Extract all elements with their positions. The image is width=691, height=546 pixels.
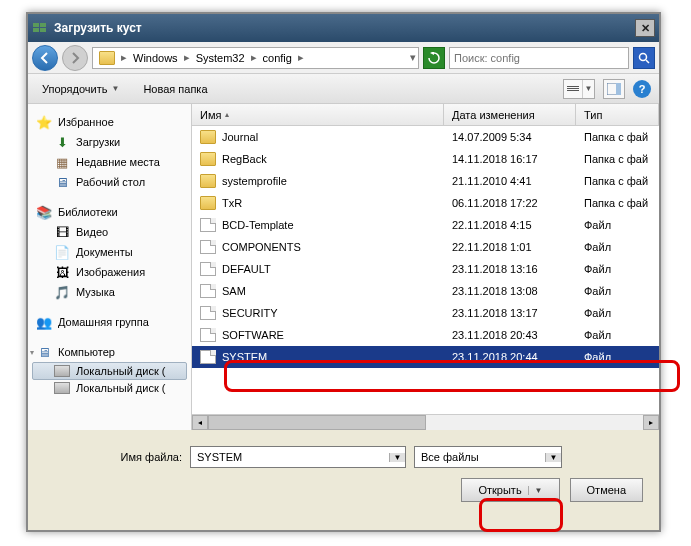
- file-name: Journal: [222, 131, 258, 143]
- search-button[interactable]: [633, 47, 655, 69]
- titlebar[interactable]: Загрузить куст ✕: [28, 14, 659, 42]
- file-date: 23.11.2018 13:08: [452, 285, 538, 297]
- file-date: 23.11.2018 20:44: [452, 351, 538, 363]
- chevron-down-icon[interactable]: ▾: [410, 51, 416, 64]
- sidebar-label: Компьютер: [58, 346, 115, 358]
- file-name: systemprofile: [222, 175, 287, 187]
- view-button[interactable]: ▼: [563, 79, 595, 99]
- file-icon: [200, 262, 216, 276]
- svg-line-5: [646, 60, 649, 63]
- drive-icon: [54, 365, 70, 377]
- preview-pane-button[interactable]: [603, 79, 625, 99]
- sidebar-homegroup-header[interactable]: 👥 Домашняя группа: [32, 312, 187, 332]
- file-icon: [200, 306, 216, 320]
- filename-value[interactable]: SYSTEM: [191, 451, 389, 463]
- sidebar-computer-header[interactable]: ▾ 🖥 Компьютер: [32, 342, 187, 362]
- file-name: SECURITY: [222, 307, 278, 319]
- breadcrumb-segment[interactable]: System32: [192, 52, 249, 64]
- file-row[interactable]: systemprofile21.11.2010 4:41Папка с фай: [192, 170, 659, 192]
- nav-bar: ▸ Windows ▸ System32 ▸ config ▸ ▾: [28, 42, 659, 74]
- sidebar-item-drive[interactable]: Локальный диск (: [32, 362, 187, 380]
- folder-icon: [200, 196, 216, 210]
- column-date[interactable]: Дата изменения: [444, 104, 576, 125]
- file-type: Файл: [584, 351, 611, 363]
- bottom-panel: Имя файла: SYSTEM ▼ Все файлы ▼ Открыть …: [28, 430, 659, 514]
- scroll-thumb[interactable]: [208, 415, 426, 430]
- file-rows[interactable]: Journal14.07.2009 5:34Папка с файRegBack…: [192, 126, 659, 414]
- svg-rect-0: [33, 23, 39, 27]
- svg-rect-1: [40, 23, 46, 27]
- file-row[interactable]: BCD-Template22.11.2018 4:15Файл: [192, 214, 659, 236]
- close-button[interactable]: ✕: [635, 19, 655, 37]
- cancel-button[interactable]: Отмена: [570, 478, 643, 502]
- file-row[interactable]: SECURITY23.11.2018 13:17Файл: [192, 302, 659, 324]
- file-row[interactable]: SAM23.11.2018 13:08Файл: [192, 280, 659, 302]
- scroll-right-button[interactable]: ▸: [643, 415, 659, 430]
- breadcrumb-segment[interactable]: config: [259, 52, 296, 64]
- sidebar-favorites-header[interactable]: ⭐ Избранное: [32, 112, 187, 132]
- forward-button[interactable]: [62, 45, 88, 71]
- file-type: Файл: [584, 329, 611, 341]
- chevron-right-icon[interactable]: ▸: [184, 51, 190, 64]
- search-box[interactable]: [449, 47, 629, 69]
- file-type: Файл: [584, 263, 611, 275]
- help-button[interactable]: ?: [633, 80, 651, 98]
- file-type: Файл: [584, 241, 611, 253]
- chevron-down-icon[interactable]: ▼: [545, 453, 561, 462]
- new-folder-label: Новая папка: [143, 83, 207, 95]
- recent-icon: ▦: [54, 154, 70, 170]
- sidebar-item-drive[interactable]: Локальный диск (: [32, 380, 187, 396]
- homegroup-icon: 👥: [36, 314, 52, 330]
- sidebar-item-videos[interactable]: 🎞Видео: [32, 222, 187, 242]
- expand-icon[interactable]: ▾: [30, 348, 34, 357]
- sidebar-item-documents[interactable]: 📄Документы: [32, 242, 187, 262]
- file-date: 22.11.2018 1:01: [452, 241, 532, 253]
- file-date: 22.11.2018 4:15: [452, 219, 532, 231]
- filter-value: Все файлы: [415, 451, 545, 463]
- file-icon: [200, 218, 216, 232]
- file-type: Папка с фай: [584, 175, 648, 187]
- open-button[interactable]: Открыть ▼: [461, 478, 559, 502]
- window-title: Загрузить куст: [54, 21, 635, 35]
- horizontal-scrollbar[interactable]: ◂ ▸: [192, 414, 659, 430]
- sidebar-item-downloads[interactable]: ⬇Загрузки: [32, 132, 187, 152]
- chevron-down-icon[interactable]: ▼: [389, 453, 405, 462]
- file-row[interactable]: Journal14.07.2009 5:34Папка с фай: [192, 126, 659, 148]
- file-row[interactable]: COMPONENTS22.11.2018 1:01Файл: [192, 236, 659, 258]
- document-icon: 📄: [54, 244, 70, 260]
- file-row[interactable]: SOFTWARE23.11.2018 20:43Файл: [192, 324, 659, 346]
- search-input[interactable]: [454, 52, 624, 64]
- file-date: 23.11.2018 20:43: [452, 329, 538, 341]
- app-icon: [32, 20, 48, 36]
- sidebar-item-music[interactable]: 🎵Музыка: [32, 282, 187, 302]
- column-name[interactable]: Имя▴: [192, 104, 444, 125]
- file-row[interactable]: SYSTEM23.11.2018 20:44Файл: [192, 346, 659, 368]
- filename-combo[interactable]: SYSTEM ▼: [190, 446, 406, 468]
- breadcrumb[interactable]: ▸ Windows ▸ System32 ▸ config ▸ ▾: [92, 47, 419, 69]
- new-folder-button[interactable]: Новая папка: [137, 81, 213, 97]
- column-type[interactable]: Тип: [576, 104, 659, 125]
- file-icon: [200, 284, 216, 298]
- file-date: 23.11.2018 13:16: [452, 263, 538, 275]
- breadcrumb-segment[interactable]: Windows: [129, 52, 182, 64]
- sidebar-item-recent[interactable]: ▦Недавние места: [32, 152, 187, 172]
- sidebar-libraries-header[interactable]: 📚 Библиотеки: [32, 202, 187, 222]
- file-row[interactable]: RegBack14.11.2018 16:17Папка с фай: [192, 148, 659, 170]
- sidebar-item-pictures[interactable]: 🖼Изображения: [32, 262, 187, 282]
- scroll-left-button[interactable]: ◂: [192, 415, 208, 430]
- scroll-track[interactable]: [208, 415, 643, 430]
- refresh-button[interactable]: [423, 47, 445, 69]
- file-row[interactable]: TxR06.11.2018 17:22Папка с фай: [192, 192, 659, 214]
- organize-button[interactable]: Упорядочить ▼: [36, 81, 125, 97]
- chevron-right-icon[interactable]: ▸: [298, 51, 304, 64]
- back-button[interactable]: [32, 45, 58, 71]
- toolbar: Упорядочить ▼ Новая папка ▼ ?: [28, 74, 659, 104]
- sidebar-item-desktop[interactable]: 🖥Рабочий стол: [32, 172, 187, 192]
- file-name: BCD-Template: [222, 219, 294, 231]
- filter-combo[interactable]: Все файлы ▼: [414, 446, 562, 468]
- chevron-down-icon[interactable]: ▼: [528, 486, 543, 495]
- sidebar-label: Библиотеки: [58, 206, 118, 218]
- file-row[interactable]: DEFAULT23.11.2018 13:16Файл: [192, 258, 659, 280]
- chevron-right-icon[interactable]: ▸: [121, 51, 127, 64]
- chevron-right-icon[interactable]: ▸: [251, 51, 257, 64]
